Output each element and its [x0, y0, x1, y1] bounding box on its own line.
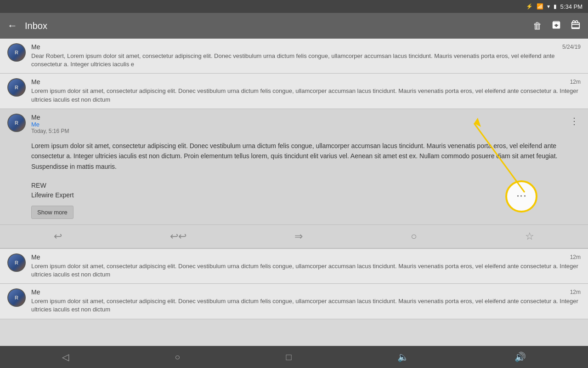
move-icon[interactable] [571, 20, 581, 32]
email-row-3[interactable]: R Me 12m Lorem ipsum dolor sit amet, con… [0, 249, 588, 284]
expanded-email: R Me Me Today, 5:16 PM ⋮ Lorem ipsum dol… [0, 109, 588, 225]
expanded-from: Me [31, 121, 562, 128]
email-body-4: Me 12m Lorem ipsum dolor sit amet, conse… [31, 288, 581, 314]
avatar-expanded: R [7, 114, 26, 132]
reply-button[interactable]: ↩ [54, 230, 62, 242]
email-row-2[interactable]: R Me 12m Lorem ipsum dolor sit amet, con… [0, 74, 588, 109]
expanded-menu-button[interactable]: ⋮ [568, 114, 581, 128]
email-date-1: 5/24/19 [562, 44, 581, 50]
reply-all-button[interactable]: ↩↩ [170, 230, 187, 242]
expanded-sender-info: Me Me Today, 5:16 PM [31, 114, 562, 134]
annotation-circle: ⋮ [505, 180, 537, 213]
star-button[interactable]: ☆ [525, 230, 534, 242]
email-body-2: Me 12m Lorem ipsum dolor sit amet, conse… [31, 78, 581, 104]
circle-button[interactable]: ○ [411, 230, 417, 242]
email-sender-3: Me [31, 253, 40, 261]
expanded-signature: REW Lifewire Expert [0, 177, 588, 202]
email-body-1: Me 5/24/19 Dear Robert, Lorem ipsum dolo… [31, 43, 581, 69]
email-preview-3: Lorem ipsum dolor sit amet, consectetur … [31, 262, 581, 279]
email-date-4: 12m [570, 289, 581, 295]
email-sender-2: Me [31, 78, 40, 86]
expanded-sender-name: Me [31, 114, 562, 121]
email-header-3: Me 12m [31, 253, 581, 261]
email-sender-1: Me [31, 43, 40, 51]
expanded-email-header: R Me Me Today, 5:16 PM ⋮ [0, 109, 588, 139]
nav-recents-icon[interactable]: □ [286, 352, 291, 362]
avatar-3: R [7, 253, 26, 272]
avatar-4: R [7, 288, 26, 307]
nav-back-icon[interactable]: ◁ [62, 351, 69, 362]
email-header-4: Me 12m [31, 288, 581, 296]
nav-vol-up-icon[interactable]: 🔊 [514, 351, 526, 362]
email-row-4[interactable]: R Me 12m Lorem ipsum dolor sit amet, con… [0, 284, 588, 319]
forward-button[interactable]: ⇒ [294, 230, 303, 242]
battery-icon: ▮ [554, 3, 557, 10]
bluetooth-icon: ⚡ [526, 3, 533, 10]
delete-icon[interactable]: 🗑 [533, 21, 542, 31]
email-row-1[interactable]: R Me 5/24/19 Dear Robert, Lorem ipsum do… [0, 39, 588, 74]
email-body-3: Me 12m Lorem ipsum dolor sit amet, conse… [31, 253, 581, 279]
avatar-1: R [7, 43, 26, 62]
email-preview-4: Lorem ipsum dolor sit amet, consectetur … [31, 297, 581, 314]
expanded-body-text: Lorem ipsum dolor sit amet, consectetur … [0, 139, 588, 177]
app-title: Inbox [25, 21, 526, 31]
expanded-date: Today, 5:16 PM [31, 128, 562, 134]
nav-vol-down-icon[interactable]: 🔈 [397, 351, 409, 362]
toolbar-actions: 🗑 [533, 20, 581, 32]
antenna-icon: 📶 [537, 3, 543, 10]
status-bar: ⚡ 📶 ▾ ▮ 5:34 PM [0, 0, 588, 13]
email-header-2: Me 12m [31, 78, 581, 86]
email-preview-1: Dear Robert, Lorem ipsum dolor sit amet,… [31, 52, 581, 69]
signature-line2: Lifewire Expert [31, 190, 581, 200]
email-header-1: Me 5/24/19 [31, 43, 581, 51]
action-bar: ↩ ↩↩ ⇒ ○ ☆ [0, 225, 588, 249]
wifi-icon: ▾ [547, 3, 550, 10]
email-date-3: 12m [570, 254, 581, 260]
three-dots-icon: ⋮ [516, 191, 526, 202]
nav-home-icon[interactable]: ○ [175, 352, 180, 362]
signature-line1: REW [31, 181, 581, 190]
show-more-button[interactable]: Show more [31, 206, 74, 219]
email-preview-2: Lorem ipsum dolor sit amet, consectetur … [31, 87, 581, 104]
status-time: 5:34 PM [560, 3, 582, 10]
back-button[interactable]: ← [7, 20, 17, 32]
archive-icon[interactable] [551, 20, 561, 32]
nav-bar: ◁ ○ □ 🔈 🔊 [0, 346, 588, 368]
avatar-2: R [7, 78, 26, 97]
email-date-2: 12m [570, 79, 581, 85]
email-sender-4: Me [31, 288, 40, 296]
app-bar: ← Inbox 🗑 [0, 13, 588, 39]
email-content: R Me 5/24/19 Dear Robert, Lorem ipsum do… [0, 39, 588, 346]
